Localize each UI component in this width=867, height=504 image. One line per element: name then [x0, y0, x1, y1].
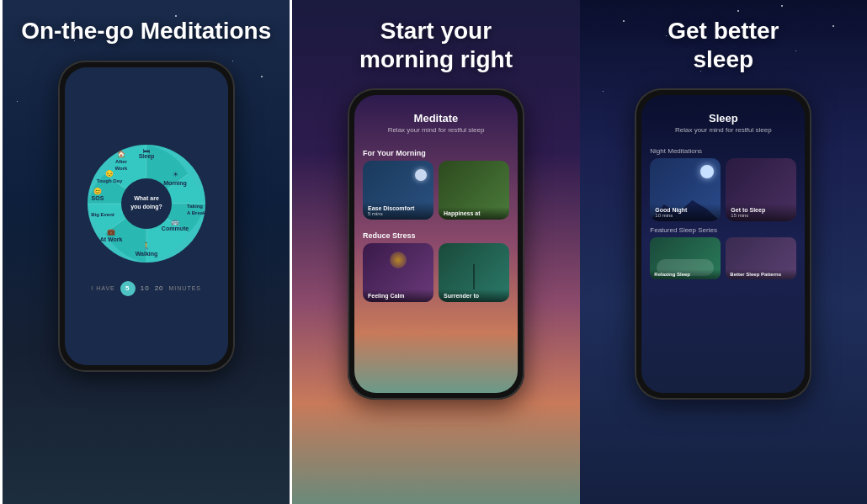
card-happiness-content: Happiness at: [439, 207, 509, 220]
card-good-night-title: Good Night: [655, 207, 715, 213]
stress-cards-row: Feeling Calm Surrender to: [354, 243, 518, 302]
card-get-to-sleep-title: Get to Sleep: [731, 207, 791, 213]
svg-text:Work: Work: [114, 166, 128, 171]
featured-sleep-label: Featured Sleep Series: [641, 221, 805, 237]
card-ease-title: Ease Discomfort: [368, 205, 428, 211]
svg-text:Commute: Commute: [162, 225, 189, 231]
panel-3-title: Get bettersleep: [651, 0, 795, 82]
svg-text:At Work: At Work: [99, 236, 122, 242]
svg-text:🚌: 🚌: [171, 217, 179, 225]
svg-text:🛏: 🛏: [143, 147, 150, 155]
phone-screen-3: Sleep Relax your mind for restful sleep …: [641, 95, 805, 393]
time-20: 20: [155, 284, 164, 292]
card-good-night-duration: 10 mins: [655, 213, 715, 218]
card-surrender-title: Surrender to: [444, 293, 504, 299]
phone-frame-2: Meditate Relax your mind for restful sle…: [348, 88, 524, 400]
featured-cards-row: Relaxing Sleep Better Sleep Patterns: [641, 237, 805, 279]
card-get-to-sleep-duration: 15 mins: [731, 213, 791, 218]
svg-text:Morning: Morning: [163, 180, 187, 187]
screen-2-header: Meditate Relax your mind for restful sle…: [354, 95, 518, 142]
card-better-sleep[interactable]: Better Sleep Patterns: [726, 237, 796, 279]
card-good-night[interactable]: Good Night 10 mins: [650, 158, 721, 221]
card-surrender[interactable]: Surrender to: [439, 243, 509, 302]
svg-text:Big Event: Big Event: [91, 212, 114, 217]
panel-1-title: On-the-go Meditations: [4, 0, 288, 54]
card-ease-duration: 5 mins: [368, 211, 428, 216]
time-prefix: I HAVE: [91, 285, 114, 291]
wheel-svg: What are you doing? Sleep 🛏 Morning ☀ Ta…: [79, 136, 214, 271]
svg-text:SOS: SOS: [91, 195, 104, 201]
card-feeling-calm-title: Feeling Calm: [368, 293, 428, 299]
svg-text:😊: 😊: [93, 187, 102, 195]
section-morning-label: For Your Morning: [354, 142, 518, 161]
phone-outer-1: What are you doing? Sleep 🛏 Morning ☀ Ta…: [58, 61, 235, 372]
wheel-container: What are you doing? Sleep 🛏 Morning ☀ Ta…: [65, 67, 228, 365]
svg-text:After: After: [115, 159, 128, 164]
meditation-wheel: What are you doing? Sleep 🛏 Morning ☀ Ta…: [79, 136, 214, 271]
card-happiness[interactable]: Happiness at: [439, 161, 509, 220]
phone-outer-3: Sleep Relax your mind for restful sleep …: [635, 88, 811, 400]
morning-cards-row: Ease Discomfort 5 mins Happiness at: [354, 161, 518, 220]
time-bar: I HAVE 5 10 20 MINUTES: [91, 281, 201, 296]
time-10: 10: [141, 284, 150, 292]
screen-3-header: Sleep Relax your mind for restful sleep: [641, 95, 805, 142]
section-stress-label: Reduce Stress: [354, 225, 518, 243]
moon-icon: [415, 169, 427, 181]
screen-3-title: Sleep: [652, 112, 795, 125]
panel-sleep: Get bettersleep Sleep Relax your mind fo…: [580, 0, 867, 504]
phone-screen-1: What are you doing? Sleep 🛏 Morning ☀ Ta…: [65, 67, 228, 365]
screen-2-title: Meditate: [364, 112, 508, 125]
time-5[interactable]: 5: [120, 281, 136, 296]
svg-text:Tough Day: Tough Day: [96, 178, 122, 183]
card-feeling-calm-content: Feeling Calm: [363, 289, 434, 302]
svg-text:Walking: Walking: [135, 251, 157, 257]
svg-text:🏠: 🏠: [117, 150, 125, 158]
svg-text:😔: 😔: [105, 169, 114, 178]
phone-outer-2: Meditate Relax your mind for restful sle…: [348, 88, 524, 400]
night-meditations-label: Night Meditations: [641, 142, 805, 158]
svg-text:🚶: 🚶: [142, 241, 151, 250]
svg-text:A Break: A Break: [187, 210, 206, 215]
card-happiness-title: Happiness at: [444, 210, 504, 216]
time-suffix: MINUTES: [169, 285, 202, 291]
card-relaxing-sleep[interactable]: Relaxing Sleep: [650, 237, 721, 279]
card-ease-content: Ease Discomfort 5 mins: [363, 202, 434, 220]
svg-text:💼: 💼: [107, 227, 115, 236]
panel-2-title: Start yourmorning right: [343, 0, 529, 82]
screen-2-subtitle: Relax your mind for restful sleep: [364, 126, 508, 134]
card-ease-discomfort[interactable]: Ease Discomfort 5 mins: [363, 161, 434, 220]
svg-text:What are: What are: [134, 195, 159, 201]
svg-text:you doing?: you doing?: [130, 204, 162, 210]
card-get-to-sleep-content: Get to Sleep 15 mins: [726, 204, 796, 221]
panel-meditations: On-the-go Meditations: [0, 0, 292, 504]
card-surrender-content: Surrender to: [439, 289, 509, 302]
phone-frame-1: What are you doing? Sleep 🛏 Morning ☀ Ta…: [58, 61, 235, 372]
card-better-sleep-title: Better Sleep Patterns: [730, 272, 792, 277]
panel-morning: Start yourmorning right Meditate Relax y…: [292, 0, 579, 504]
svg-text:Taking: Taking: [187, 204, 203, 209]
night-cards-row: Good Night 10 mins Get to Sleep 15 mins: [641, 158, 805, 221]
phone-screen-2: Meditate Relax your mind for restful sle…: [354, 95, 518, 393]
svg-text:☀: ☀: [172, 171, 178, 178]
card-good-night-content: Good Night 10 mins: [650, 204, 721, 221]
card-get-to-sleep[interactable]: Get to Sleep 15 mins: [726, 158, 796, 221]
card-feeling-calm[interactable]: Feeling Calm: [363, 243, 434, 302]
card-relaxing-sleep-title: Relaxing Sleep: [654, 272, 716, 277]
phone-frame-3: Sleep Relax your mind for restful sleep …: [635, 88, 811, 400]
screen-3-subtitle: Relax your mind for restful sleep: [652, 126, 795, 134]
